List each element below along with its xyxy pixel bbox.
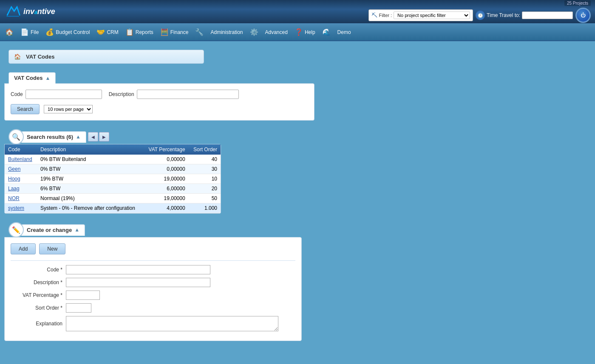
col-sort-order: Sort Order: [189, 144, 221, 155]
cell-code[interactable]: Laag: [5, 184, 37, 194]
cell-sort-order: 50: [189, 194, 221, 203]
breadcrumb-home-icon[interactable]: 🏠: [14, 54, 21, 60]
add-button[interactable]: Add: [11, 243, 36, 254]
cell-code[interactable]: Geen: [5, 164, 37, 174]
nav-home[interactable]: 🏠: [2, 25, 17, 40]
create-change-tab[interactable]: Create or change ▲: [21, 224, 85, 236]
filter-select[interactable]: No project specific filter: [394, 11, 470, 19]
header-controls: ⛏ Filter : No project specific filter 🕐 …: [368, 8, 591, 23]
nav-advanced-label: Advanced: [265, 29, 288, 35]
code-field-group: Code: [11, 90, 102, 99]
cell-sort-order: 30: [189, 164, 221, 174]
pencil-deco: ✏️: [8, 222, 20, 237]
cell-vat-percentage: 0,00000: [143, 164, 189, 174]
nav-budget[interactable]: 💰 Budget Control: [42, 25, 93, 40]
header-right: 25 Projects ⛏ Filter : No project specif…: [368, 0, 591, 23]
scroll-left-btn[interactable]: ◀: [88, 132, 98, 141]
sort-order-create-input[interactable]: [66, 303, 91, 313]
nav-administration[interactable]: Administration: [207, 25, 246, 40]
create-change-body: Add New Code * Description * VAT Percent…: [5, 237, 301, 341]
timetravel-label: Time Travel to:: [487, 12, 520, 18]
col-code: Code: [5, 144, 37, 155]
create-change-tab-bar: ✏️ Create or change ▲: [4, 222, 591, 237]
cell-description: Normaal (19%): [37, 194, 143, 203]
nav-finance-label: Finance: [170, 29, 189, 35]
table-header-row: Code Description VAT Percentage Sort Ord…: [5, 144, 221, 155]
nav-crm[interactable]: 🤝 CRM: [93, 25, 122, 40]
nav-crm-label: CRM: [107, 29, 118, 35]
filter-label: Filter :: [379, 13, 392, 18]
cell-code[interactable]: system: [5, 203, 37, 213]
nav-wave[interactable]: 🌊: [319, 25, 334, 40]
vat-percentage-create-input[interactable]: [66, 291, 100, 300]
cell-vat-percentage: 0,00000: [143, 155, 189, 164]
search-results-collapse-icon[interactable]: ▲: [76, 134, 81, 140]
action-buttons: Add New: [11, 243, 295, 254]
timetravel-area: 🕐 Time Travel to:: [476, 11, 573, 20]
project-count: 25 Projects: [564, 0, 591, 6]
nav-gear[interactable]: ⚙️: [246, 25, 262, 40]
search-results-title: Search results (6): [27, 134, 73, 140]
finance-icon: 🧮: [160, 28, 169, 36]
search-deco: 🔍: [8, 129, 20, 144]
nav-reports[interactable]: 📋 Reports: [122, 25, 157, 40]
code-create-input[interactable]: [66, 265, 210, 274]
nav-bar: 🏠 📄 File 💰 Budget Control 🤝 CRM 📋 Report…: [0, 23, 595, 41]
table-row: NOR Normaal (19%) 19,00000 50: [5, 194, 221, 203]
scroll-btns: ◀: [88, 132, 98, 141]
description-input[interactable]: [137, 90, 239, 99]
main-content: 🏠 VAT Codes VAT Codes ▲ Code Description: [0, 41, 595, 350]
breadcrumb-title: VAT Codes: [26, 54, 54, 60]
cell-code[interactable]: Hoog: [5, 174, 37, 184]
search-button[interactable]: Search: [11, 104, 40, 114]
vat-codes-tab-bar: VAT Codes ▲: [4, 72, 591, 84]
tools-icon: 🔧: [195, 28, 204, 36]
wave-icon: 🌊: [322, 28, 331, 36]
nav-demo-label: Demo: [337, 29, 351, 35]
rows-select-area: 10 rows per page25 rows per page50 rows …: [44, 105, 93, 113]
create-change-collapse-icon[interactable]: ▲: [74, 227, 79, 233]
scroll-right-btn[interactable]: ▶: [99, 132, 109, 141]
search-results-panel: 🔍 Search results (6) ▲ ◀ ▶ Code Descript…: [4, 129, 591, 214]
description-create-input[interactable]: [66, 278, 210, 287]
cell-vat-percentage: 19,00000: [143, 194, 189, 203]
power-button[interactable]: ⏻: [575, 8, 591, 23]
cell-vat-percentage: 4,00000: [143, 203, 189, 213]
nav-budget-label: Budget Control: [56, 29, 90, 35]
explanation-input[interactable]: [66, 316, 278, 331]
cell-vat-percentage: 6,00000: [143, 184, 189, 194]
cell-description: 6% BTW: [37, 184, 143, 194]
code-label: Code: [11, 91, 23, 97]
cell-sort-order: 20: [189, 184, 221, 194]
nav-tools[interactable]: 🔧: [192, 25, 207, 40]
nav-finance[interactable]: 🧮 Finance: [157, 25, 192, 40]
table-row: system System - 0% - Remove after config…: [5, 203, 221, 213]
cell-code[interactable]: Buitenland: [5, 155, 37, 164]
crm-icon: 🤝: [96, 28, 105, 36]
search-results-tab[interactable]: Search results (6) ▲: [21, 131, 86, 143]
filter-area: ⛏ Filter : No project specific filter: [368, 9, 473, 21]
nav-help[interactable]: ❓ Help: [291, 25, 319, 40]
code-input[interactable]: [26, 90, 102, 99]
vat-codes-tab[interactable]: VAT Codes ▲: [8, 72, 56, 84]
home-icon: 🏠: [5, 28, 14, 36]
vat-percentage-row: VAT Percentage *: [11, 291, 295, 300]
breadcrumb: 🏠 VAT Codes: [8, 50, 204, 64]
rows-per-page-select[interactable]: 10 rows per page25 rows per page50 rows …: [44, 105, 93, 113]
cell-code[interactable]: NOR: [5, 194, 37, 203]
description-row: Description *: [11, 278, 295, 287]
search-results-card: Code Description VAT Percentage Sort Ord…: [4, 144, 221, 214]
results-table: Code Description VAT Percentage Sort Ord…: [5, 144, 221, 213]
cell-sort-order: 10: [189, 174, 221, 184]
timetravel-input[interactable]: [522, 11, 573, 19]
vat-codes-collapse-icon[interactable]: ▲: [45, 75, 50, 81]
new-button[interactable]: New: [39, 243, 65, 254]
table-row: Hoog 19% BTW 19,00000 10: [5, 174, 221, 184]
sort-order-row: Sort Order *: [11, 303, 295, 313]
nav-help-label: Help: [305, 29, 315, 35]
nav-file[interactable]: 📄 File: [17, 25, 42, 40]
create-change-card: Add New Code * Description * VAT Percent…: [4, 237, 302, 341]
nav-advanced[interactable]: Advanced: [262, 25, 291, 40]
nav-demo[interactable]: Demo: [334, 25, 354, 40]
create-change-title: Create or change: [27, 227, 72, 233]
